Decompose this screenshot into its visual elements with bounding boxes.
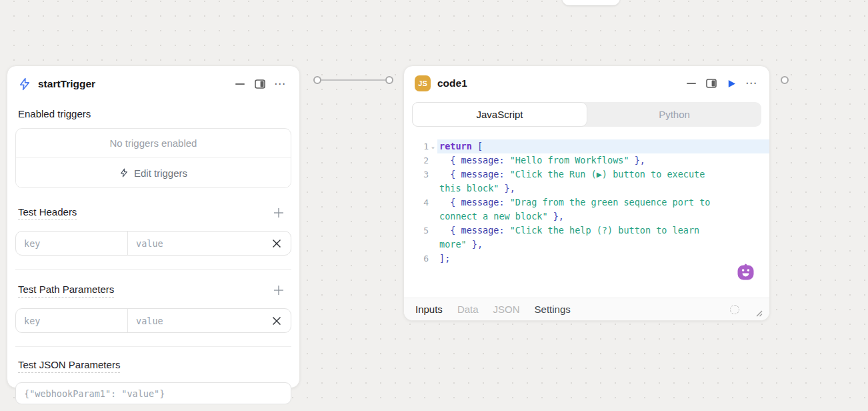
ai-assistant-button[interactable] [737, 263, 755, 281]
code-text[interactable]: { message: "Click the help (?) button to… [437, 224, 769, 238]
canvas-toolbar-pill [562, 0, 620, 5]
connection-line [321, 79, 385, 81]
line-number [404, 238, 437, 252]
path-param-key-input[interactable] [16, 309, 128, 332]
line-number [404, 210, 437, 224]
header-kv-row [15, 231, 291, 256]
footer-tab-json[interactable]: JSON [493, 304, 520, 315]
code-text[interactable]: ]; [437, 252, 769, 266]
remove-header-button[interactable] [263, 232, 291, 255]
start-trigger-output-port[interactable] [313, 76, 321, 84]
code-text[interactable]: more" }, [437, 238, 769, 252]
code1-footer: Inputs Data JSON Settings [404, 298, 769, 320]
code-row[interactable]: 3 { message: "Click the Run (▶) button t… [404, 167, 769, 181]
spinner-icon [730, 305, 739, 314]
ellipsis-icon: ⋯ [745, 80, 757, 87]
robot-icon [737, 263, 755, 281]
test-path-params-label: Test Path Parameters [18, 284, 114, 298]
minus-icon [235, 83, 245, 85]
close-icon [271, 238, 282, 249]
header-key-input[interactable] [16, 232, 128, 255]
line-number: 1⌄ [404, 139, 437, 153]
section-divider [15, 269, 291, 270]
code-row[interactable]: 5 { message: "Click the help (?) button … [404, 224, 769, 238]
code-row[interactable]: 4 { message: "Drag from the green sequen… [404, 195, 769, 210]
start-trigger-header[interactable]: startTrigger ⋯ [15, 69, 291, 99]
test-json-params-label: Test JSON Parameters [18, 359, 120, 373]
resize-handle-icon[interactable] [755, 310, 763, 317]
code-text[interactable]: connect a new block" }, [437, 210, 769, 224]
json-params-input[interactable] [15, 382, 291, 404]
code-text[interactable]: { message: "Hello from Workflows" }, [437, 153, 769, 167]
block-title: startTrigger [38, 78, 95, 90]
tab-python[interactable]: Python [587, 102, 761, 127]
plus-icon [272, 284, 285, 297]
code-row[interactable]: 2 { message: "Hello from Workflows" }, [404, 153, 769, 167]
code-row[interactable]: 6]; [404, 252, 769, 266]
split-panel-icon [706, 79, 717, 88]
code1-header[interactable]: JS code1 ⋯ [404, 69, 769, 98]
code1-input-port[interactable] [385, 76, 393, 84]
code-row[interactable]: more" }, [404, 238, 769, 252]
code-row[interactable]: connect a new block" }, [404, 210, 769, 224]
open-panel-button[interactable] [701, 75, 721, 92]
minimize-button[interactable] [230, 75, 250, 93]
lightning-icon [18, 77, 31, 91]
no-triggers-text: No triggers enabled [16, 129, 291, 158]
play-icon [727, 79, 737, 89]
close-icon [271, 316, 282, 326]
block-menu-button[interactable]: ⋯ [741, 75, 761, 92]
code-text[interactable]: this block" }, [437, 181, 769, 195]
path-param-kv-row [15, 308, 291, 333]
line-number: 6 [404, 252, 437, 266]
tab-javascript[interactable]: JavaScript [412, 102, 587, 127]
footer-tab-inputs[interactable]: Inputs [415, 304, 443, 315]
edit-triggers-label: Edit triggers [134, 167, 187, 179]
split-panel-icon [255, 79, 265, 89]
test-headers-label: Test Headers [18, 206, 77, 220]
add-path-param-button[interactable] [269, 282, 289, 299]
remove-path-param-button[interactable] [263, 309, 291, 332]
section-divider [15, 346, 291, 347]
minimize-button[interactable] [681, 75, 701, 92]
path-param-value-input[interactable] [128, 309, 263, 332]
lightning-icon [119, 168, 129, 177]
block-menu-button[interactable]: ⋯ [270, 75, 290, 93]
minus-icon [687, 83, 696, 84]
code-text[interactable]: return [ [437, 139, 769, 153]
code1-block[interactable]: JS code1 ⋯ JavaScript Python 1⌄return [2… [403, 65, 770, 321]
enabled-triggers-label: Enabled triggers [18, 108, 289, 119]
footer-tab-data[interactable]: Data [457, 304, 479, 315]
header-value-input[interactable] [128, 232, 263, 255]
line-number: 5 [404, 224, 437, 238]
code-row[interactable]: this block" }, [404, 181, 769, 195]
code-text[interactable]: { message: "Drag from the green sequence… [437, 195, 769, 210]
line-number: 4 [404, 195, 437, 210]
language-tabs: JavaScript Python [412, 102, 761, 127]
javascript-badge-icon: JS [415, 75, 431, 91]
line-number: 3 [404, 167, 437, 181]
triggers-box: No triggers enabled Edit triggers [15, 128, 291, 188]
block-title: code1 [437, 77, 467, 89]
code1-output-port[interactable] [781, 76, 789, 84]
edit-triggers-button[interactable]: Edit triggers [16, 158, 291, 187]
run-button[interactable] [721, 75, 741, 92]
ellipsis-icon: ⋯ [274, 81, 286, 87]
footer-tab-settings[interactable]: Settings [535, 304, 571, 315]
start-trigger-block[interactable]: startTrigger ⋯ Enabled triggers No trigg… [7, 65, 300, 388]
line-number [404, 181, 437, 195]
code-row[interactable]: 1⌄return [ [404, 139, 769, 153]
open-panel-button[interactable] [250, 75, 270, 93]
code-text[interactable]: { message: "Click the Run (▶) button to … [437, 167, 769, 181]
add-header-button[interactable] [269, 204, 289, 222]
plus-icon [272, 206, 285, 220]
code-editor[interactable]: 1⌄return [2 { message: "Hello from Workf… [404, 139, 769, 266]
line-number: 2 [404, 153, 437, 167]
workflow-canvas[interactable]: startTrigger ⋯ Enabled triggers No trigg… [0, 0, 868, 411]
